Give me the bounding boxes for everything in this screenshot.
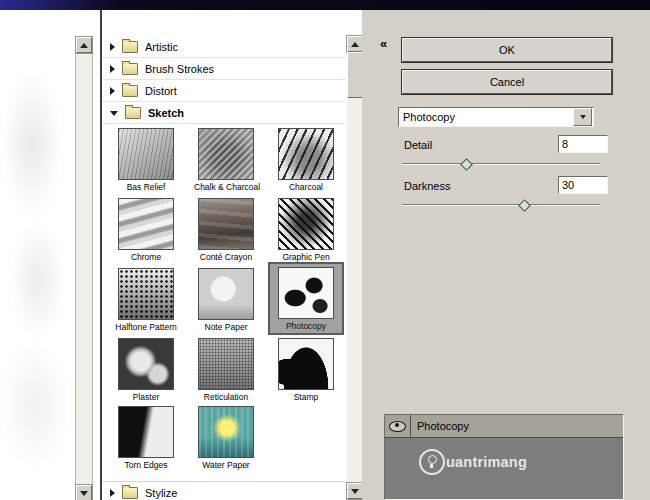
- filter-thumb-stamp[interactable]: Stamp: [274, 338, 338, 402]
- filter-list-scrollbar[interactable]: [347, 36, 363, 499]
- filter-thumb-water-paper[interactable]: Water Paper: [194, 406, 258, 470]
- filter-thumb-torn-edges[interactable]: Torn Edges: [114, 406, 178, 470]
- detail-input[interactable]: [558, 135, 608, 153]
- filter-thumb-chrome[interactable]: Chrome: [114, 198, 178, 262]
- bulb-glass: [428, 455, 437, 464]
- chevron-right-icon: [110, 65, 115, 73]
- filter-thumbnail-image: [118, 128, 174, 180]
- filter-thumbnail-image: [198, 198, 254, 250]
- darkness-slider[interactable]: [402, 199, 600, 211]
- filter-thumb-label: Water Paper: [194, 460, 258, 470]
- category-label: Sketch: [148, 107, 184, 119]
- ok-button[interactable]: OK: [402, 38, 612, 62]
- slider-thumb[interactable]: [518, 199, 531, 212]
- filter-thumbnail-image: [198, 268, 254, 320]
- filter-thumb-graphic-pen[interactable]: Graphic Pen: [274, 198, 338, 262]
- category-label: Brush Strokes: [145, 63, 214, 75]
- filter-thumb-label: Charcoal: [274, 182, 338, 192]
- chevron-down-icon: [580, 115, 586, 119]
- filter-thumb-label: Chalk & Charcoal: [194, 182, 258, 192]
- filter-thumb-label: Halftone Pattern: [114, 322, 178, 332]
- scroll-down-button[interactable]: [76, 485, 92, 500]
- folder-icon: [122, 41, 138, 53]
- filter-thumb-label: Torn Edges: [114, 460, 178, 470]
- scroll-up-button[interactable]: [76, 37, 92, 53]
- filter-select-value: Photocopy: [399, 111, 573, 123]
- arrow-down-icon: [80, 491, 88, 496]
- filter-thumb-halftone-pattern[interactable]: Halftone Pattern: [114, 268, 178, 332]
- filter-select-dropdown[interactable]: Photocopy: [398, 107, 594, 127]
- slider-track: [402, 204, 600, 206]
- filter-thumbnail-image: [278, 128, 334, 180]
- preview-sketch-mark: [0, 340, 70, 470]
- filter-thumb-plaster[interactable]: Plaster: [114, 338, 178, 402]
- filter-thumb-label: Reticulation: [194, 392, 258, 402]
- filter-thumb-label: Bas Relief: [114, 182, 178, 192]
- filter-thumb-conte-crayon[interactable]: Conté Crayon: [194, 198, 258, 262]
- effect-row-photocopy[interactable]: Photocopy: [385, 415, 623, 438]
- dropdown-arrow-button[interactable]: [573, 108, 592, 126]
- arrow-up-icon: [80, 43, 88, 48]
- category-stylize[interactable]: Stylize: [102, 481, 346, 500]
- filter-gallery-dialog: Artistic Brush Strokes Distort Sketch Ba…: [0, 0, 650, 500]
- filter-thumbnail-image: [118, 198, 174, 250]
- filter-thumb-bas-relief[interactable]: Bas Relief: [114, 128, 178, 192]
- filter-thumbnail-image: [278, 338, 334, 390]
- scrollbar-thumb[interactable]: [347, 52, 363, 98]
- preview-scrollbar[interactable]: [75, 36, 93, 500]
- chevron-right-icon: [110, 489, 115, 497]
- chevron-down-icon: [110, 111, 118, 116]
- filter-thumb-reticulation[interactable]: Reticulation: [194, 338, 258, 402]
- lightbulb-logo-icon: [419, 449, 445, 475]
- category-sketch[interactable]: Sketch: [102, 102, 346, 124]
- applied-effects-panel: Photocopy uantrimang: [384, 414, 624, 500]
- filter-thumb-charcoal[interactable]: Charcoal: [274, 128, 338, 192]
- watermark-text: uantrimang: [446, 454, 527, 470]
- chevron-right-icon: [110, 87, 115, 95]
- darkness-label: Darkness: [404, 180, 450, 192]
- preview-sketch-mark: [10, 220, 65, 340]
- filter-thumb-label: Stamp: [274, 392, 338, 402]
- filter-thumbnail-image: [198, 406, 254, 458]
- collapse-filter-list-button[interactable]: «: [380, 36, 387, 51]
- category-label: Stylize: [145, 487, 177, 499]
- category-artistic[interactable]: Artistic: [102, 36, 346, 58]
- arrow-up-icon: [351, 42, 359, 47]
- filter-thumb-label: Chrome: [114, 252, 178, 262]
- ok-button-label: OK: [499, 44, 515, 56]
- bulb-base: [430, 464, 433, 468]
- open-folder-icon: [125, 107, 141, 119]
- slider-track: [402, 163, 600, 165]
- filter-thumbnail-image: [118, 338, 174, 390]
- cancel-button[interactable]: Cancel: [402, 70, 612, 94]
- folder-icon: [122, 85, 138, 97]
- filter-thumb-note-paper[interactable]: Note Paper: [194, 268, 258, 332]
- category-brush-strokes[interactable]: Brush Strokes: [102, 58, 346, 80]
- scroll-up-button[interactable]: [347, 36, 363, 52]
- filter-thumbnail-image: [198, 128, 254, 180]
- filter-thumb-chalk-charcoal[interactable]: Chalk & Charcoal: [194, 128, 258, 192]
- filter-thumbnail-image: [118, 268, 174, 320]
- filter-list-panel: Artistic Brush Strokes Distort Sketch Ba…: [100, 10, 362, 500]
- filter-thumbnail-image: [278, 267, 334, 319]
- filter-thumb-label: Plaster: [114, 392, 178, 402]
- folder-icon: [122, 487, 138, 499]
- eye-icon: [389, 421, 406, 432]
- filter-thumb-label: Graphic Pen: [274, 252, 338, 262]
- darkness-input[interactable]: [558, 176, 608, 194]
- preview-sketch-mark: [2, 70, 62, 220]
- effect-name: Photocopy: [411, 420, 469, 432]
- slider-thumb[interactable]: [460, 158, 473, 171]
- visibility-toggle[interactable]: [385, 415, 411, 437]
- settings-panel: « OK Cancel Photocopy Detail Darkness: [362, 10, 650, 500]
- filter-thumbnail-image: [278, 198, 334, 250]
- filter-thumbnail-image: [118, 406, 174, 458]
- filter-thumb-label: Photocopy: [270, 321, 342, 331]
- detail-slider[interactable]: [402, 158, 600, 170]
- scroll-down-button[interactable]: [347, 483, 363, 499]
- watermark: uantrimang: [419, 449, 527, 475]
- category-label: Artistic: [145, 41, 178, 53]
- filter-thumb-photocopy-selected[interactable]: Photocopy: [270, 264, 342, 333]
- image-preview: [0, 10, 100, 500]
- category-distort[interactable]: Distort: [102, 80, 346, 102]
